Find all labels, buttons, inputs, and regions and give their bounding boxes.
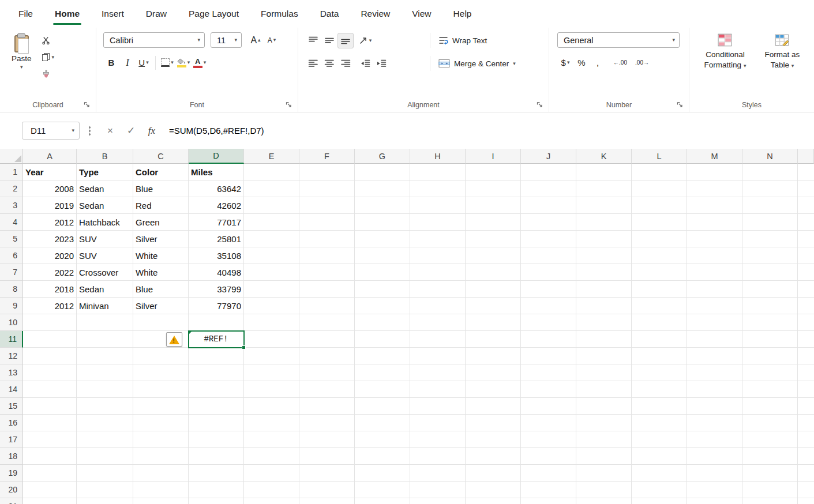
select-all-button[interactable] <box>0 149 23 164</box>
cell-C1[interactable]: Color <box>133 164 189 180</box>
cell-A10[interactable] <box>23 314 77 331</box>
cell-N18[interactable] <box>742 448 798 465</box>
cell-N9[interactable] <box>742 298 798 314</box>
column-header-G[interactable]: G <box>355 149 410 164</box>
cell-G1[interactable] <box>355 164 410 180</box>
row-header-12[interactable]: 12 <box>0 348 23 364</box>
name-box[interactable]: D11 ▾ <box>22 122 80 140</box>
enter-button[interactable]: ✓ <box>121 122 141 140</box>
cell-F1[interactable] <box>299 164 355 180</box>
font-color-button[interactable]: A ▾ <box>192 55 208 70</box>
cell-C18[interactable] <box>133 448 189 465</box>
underline-button[interactable]: U ▾ <box>136 55 152 70</box>
cell-K9[interactable] <box>576 298 632 314</box>
cell-B20[interactable] <box>77 482 133 498</box>
cell-L1[interactable] <box>632 164 687 180</box>
cell-G16[interactable] <box>355 415 410 431</box>
cell-H17[interactable] <box>410 431 466 448</box>
cell-M15[interactable] <box>687 398 742 415</box>
cell-N12[interactable] <box>742 348 798 364</box>
cell-D9[interactable]: 77970 <box>189 298 244 314</box>
menu-tab-formulas[interactable]: Formulas <box>261 0 298 28</box>
menu-tab-review[interactable]: Review <box>361 0 390 28</box>
cell-A19[interactable] <box>23 465 77 482</box>
cell-C17[interactable] <box>133 431 189 448</box>
cell-M10[interactable] <box>687 314 742 331</box>
cell-A4[interactable]: 2012 <box>23 214 77 231</box>
decrease-decimal-button[interactable]: .00→ <box>631 55 653 70</box>
cell-A3[interactable]: 2019 <box>23 197 77 214</box>
cell-A11[interactable] <box>23 331 77 348</box>
cell-A21[interactable] <box>23 498 77 504</box>
cell-G5[interactable] <box>355 231 410 247</box>
cell-I21[interactable] <box>466 498 521 504</box>
cell-C14[interactable] <box>133 381 189 398</box>
cell-J4[interactable] <box>521 214 576 231</box>
cell-K20[interactable] <box>576 482 632 498</box>
cell-I18[interactable] <box>466 448 521 465</box>
cell-B10[interactable] <box>77 314 133 331</box>
cell-K4[interactable] <box>576 214 632 231</box>
cell-B3[interactable]: Sedan <box>77 197 133 214</box>
menu-tab-home[interactable]: Home <box>55 0 80 28</box>
row-header-1[interactable]: 1 <box>0 164 23 180</box>
cell-J6[interactable] <box>521 247 576 264</box>
cell-F13[interactable] <box>299 364 355 381</box>
cell-H20[interactable] <box>410 482 466 498</box>
cell-G13[interactable] <box>355 364 410 381</box>
cell-N19[interactable] <box>742 465 798 482</box>
cell-G7[interactable] <box>355 264 410 281</box>
cell-N16[interactable] <box>742 415 798 431</box>
row-header-19[interactable]: 19 <box>0 465 23 482</box>
cell-G20[interactable] <box>355 482 410 498</box>
column-header-N[interactable]: N <box>742 149 798 164</box>
cell-C10[interactable] <box>133 314 189 331</box>
cell-F7[interactable] <box>299 264 355 281</box>
cell-J8[interactable] <box>521 281 576 298</box>
cell-K17[interactable] <box>576 431 632 448</box>
cell-B18[interactable] <box>77 448 133 465</box>
align-middle-button[interactable] <box>321 33 337 48</box>
cell-E12[interactable] <box>244 348 299 364</box>
cell-K1[interactable] <box>576 164 632 180</box>
cell-D11[interactable]: #REF! <box>189 331 244 348</box>
cell-K21[interactable] <box>576 498 632 504</box>
cell-M19[interactable] <box>687 465 742 482</box>
cell-E2[interactable] <box>244 180 299 197</box>
cell-A8[interactable]: 2018 <box>23 281 77 298</box>
cell-H10[interactable] <box>410 314 466 331</box>
row-header-14[interactable]: 14 <box>0 381 23 398</box>
cell-I5[interactable] <box>466 231 521 247</box>
cell-F11[interactable] <box>299 331 355 348</box>
cell-E20[interactable] <box>244 482 299 498</box>
cell-N15[interactable] <box>742 398 798 415</box>
cell-A6[interactable]: 2020 <box>23 247 77 264</box>
cell-N8[interactable] <box>742 281 798 298</box>
column-header-E[interactable]: E <box>244 149 299 164</box>
cell-E7[interactable] <box>244 264 299 281</box>
cell-I1[interactable] <box>466 164 521 180</box>
cell-E16[interactable] <box>244 415 299 431</box>
cell-B12[interactable] <box>77 348 133 364</box>
cell-N3[interactable] <box>742 197 798 214</box>
cell-E11[interactable] <box>244 331 299 348</box>
cell-B8[interactable]: Sedan <box>77 281 133 298</box>
cell-I9[interactable] <box>466 298 521 314</box>
cell-N21[interactable] <box>742 498 798 504</box>
cell-L11[interactable] <box>632 331 687 348</box>
alignment-dialog-launcher[interactable] <box>537 100 545 109</box>
cell-H11[interactable] <box>410 331 466 348</box>
cell-L18[interactable] <box>632 448 687 465</box>
cell-B13[interactable] <box>77 364 133 381</box>
error-options-button[interactable]: ! <box>166 332 182 347</box>
cell-K2[interactable] <box>576 180 632 197</box>
font-name-select[interactable]: Calibri ▾ <box>103 32 205 48</box>
cell-L7[interactable] <box>632 264 687 281</box>
cell-I3[interactable] <box>466 197 521 214</box>
fill-handle[interactable] <box>242 345 246 349</box>
cell-B2[interactable]: Sedan <box>77 180 133 197</box>
cell-I12[interactable] <box>466 348 521 364</box>
cell-F9[interactable] <box>299 298 355 314</box>
cell-D2[interactable]: 63642 <box>189 180 244 197</box>
cell-A1[interactable]: Year <box>23 164 77 180</box>
